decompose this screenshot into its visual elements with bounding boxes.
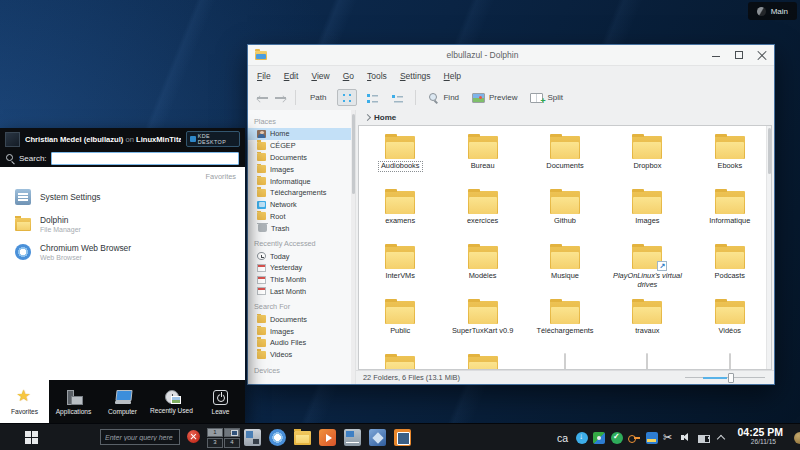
virtual-desktop-2[interactable]: 2 (224, 428, 240, 438)
places-item-images[interactable]: Images (248, 325, 355, 337)
launcher-tab-leave[interactable]: Leave (196, 380, 245, 423)
menu-help[interactable]: Help (444, 71, 461, 81)
file-item-images[interactable]: Images (606, 185, 688, 240)
places-scrollbar[interactable] (351, 110, 355, 384)
file-item-informatique[interactable]: Informatique (689, 185, 771, 240)
file-item-vid-os[interactable]: Vidéos (689, 295, 771, 350)
menu-file[interactable]: File (257, 71, 271, 81)
file-item-intervms[interactable]: InterVMs (359, 240, 441, 295)
search-close-button[interactable] (187, 430, 200, 443)
file-item[interactable] (524, 350, 606, 370)
file-item-playonlinux-s-virtual-drives[interactable]: ↗PlayOnLinux's virtual drives (606, 240, 688, 295)
details-view-button[interactable] (387, 89, 407, 106)
icons-view-button[interactable] (337, 89, 357, 106)
places-item-today[interactable]: Today (248, 250, 355, 262)
file-item-github[interactable]: Github (524, 185, 606, 240)
menu-tools[interactable]: Tools (367, 71, 387, 81)
places-item-images[interactable]: Images (248, 163, 355, 175)
user-avatar[interactable] (5, 132, 20, 147)
launcher-search-input[interactable] (51, 152, 239, 165)
taskbar-search-input[interactable] (100, 429, 180, 445)
vmware-icon[interactable] (394, 429, 411, 446)
launcher-item-system-settings[interactable]: System Settings (0, 184, 245, 210)
menu-settings[interactable]: Settings (400, 71, 431, 81)
places-item-videos[interactable]: Videos (248, 349, 355, 361)
file-item[interactable] (689, 350, 771, 370)
start-button[interactable] (25, 431, 38, 444)
launcher-tab-computer[interactable]: Computer (98, 380, 147, 423)
chromium-icon[interactable] (269, 429, 286, 446)
compact-view-button[interactable] (362, 89, 382, 106)
menu-view[interactable]: View (311, 71, 329, 81)
virtualbox-icon[interactable] (369, 429, 386, 446)
launcher-tab-favorites[interactable]: Favorites (0, 380, 49, 423)
view-scrollbar[interactable] (766, 126, 771, 369)
scrollbar-handle[interactable] (768, 128, 771, 174)
breadcrumb-home[interactable]: Home (374, 113, 396, 122)
volume-icon[interactable] (681, 432, 693, 444)
file-item-audiobooks[interactable]: Audiobooks (359, 130, 441, 185)
sync-icon[interactable] (593, 432, 605, 444)
places-item-yesterday[interactable]: Yesterday (248, 262, 355, 274)
close-button[interactable] (757, 50, 767, 60)
titlebar[interactable]: elbullazul - Dolphin (248, 45, 774, 66)
places-item-network[interactable]: Network (248, 199, 355, 211)
activity-badge[interactable]: Main (748, 2, 797, 20)
file-item-t-l-chargements[interactable]: Téléchargements (524, 295, 606, 350)
places-item-t-l-chargements[interactable]: Téléchargements (248, 187, 355, 199)
launcher-item-chromium-web-browser[interactable]: Chromium Web BrowserWeb Browser (0, 238, 245, 266)
battery-icon[interactable] (698, 432, 711, 444)
file-item-public[interactable]: Public (359, 295, 441, 350)
klipper-icon[interactable] (663, 432, 675, 444)
places-item-c-gep[interactable]: CÉGEP (248, 140, 355, 152)
find-button[interactable]: Find (424, 90, 463, 105)
zoom-slider[interactable] (685, 372, 765, 383)
clock[interactable]: 04:25 PM 26/11/15 (725, 427, 783, 446)
preview-button[interactable]: Preview (468, 91, 521, 105)
places-item-informatique[interactable]: Informatique (248, 175, 355, 187)
expand-caret-icon[interactable] (717, 432, 725, 444)
kget-icon[interactable] (576, 432, 588, 444)
file-item[interactable] (359, 350, 441, 370)
forward-button[interactable] (274, 91, 287, 104)
package-icon[interactable] (244, 429, 261, 446)
places-item-audio-files[interactable]: Audio Files (248, 337, 355, 349)
places-item-last-month[interactable]: Last Month (248, 286, 355, 298)
media-player-icon[interactable] (319, 429, 336, 446)
menu-edit[interactable]: Edit (284, 71, 299, 81)
file-item-dropbox[interactable]: Dropbox (606, 130, 688, 185)
file-item[interactable] (441, 350, 523, 370)
launcher-tab-recently-used[interactable]: Recently Used (147, 380, 196, 423)
places-item-documents[interactable]: Documents (248, 152, 355, 164)
file-item-documents[interactable]: Documents (524, 130, 606, 185)
file-item-musique[interactable]: Musique (524, 240, 606, 295)
file-item-ebooks[interactable]: Ebooks (689, 130, 771, 185)
virtual-desktop-3[interactable]: 3 (207, 438, 223, 448)
keyboard-layout-indicator[interactable]: ca (557, 432, 568, 444)
file-item[interactable] (606, 350, 688, 370)
virtual-desktop-1[interactable]: 1 (207, 428, 223, 438)
minimize-button[interactable] (711, 50, 721, 60)
maximize-button[interactable] (734, 50, 744, 60)
system-settings-icon[interactable] (344, 429, 361, 446)
places-item-root[interactable]: Root (248, 211, 355, 223)
split-button[interactable]: Split (526, 91, 567, 105)
file-item-travaux[interactable]: travaux (606, 295, 688, 350)
file-item-examens[interactable]: examens (359, 185, 441, 240)
back-button[interactable] (256, 91, 269, 104)
file-item-exercices[interactable]: exercices (441, 185, 523, 240)
file-item-supertuxkart-v0-9[interactable]: SuperTuxKart v0.9 (441, 295, 523, 350)
virtual-desktop-4[interactable]: 4 (224, 438, 240, 448)
launcher-item-dolphin[interactable]: DolphinFile Manager (0, 210, 245, 238)
dolphin-icon[interactable] (294, 431, 311, 445)
file-item-bureau[interactable]: Bureau (441, 130, 523, 185)
launcher-tab-applications[interactable]: Applications (49, 380, 98, 423)
places-item-this-month[interactable]: This Month (248, 274, 355, 286)
places-item-trash[interactable]: Trash (248, 222, 355, 234)
places-item-home[interactable]: Home (248, 128, 355, 140)
places-item-documents[interactable]: Documents (248, 313, 355, 325)
path-button[interactable]: Path (304, 90, 332, 105)
zoom-slider-handle[interactable] (728, 373, 734, 383)
kwallet-icon[interactable] (628, 432, 640, 444)
file-item-mod-les[interactable]: Modèles (441, 240, 523, 295)
